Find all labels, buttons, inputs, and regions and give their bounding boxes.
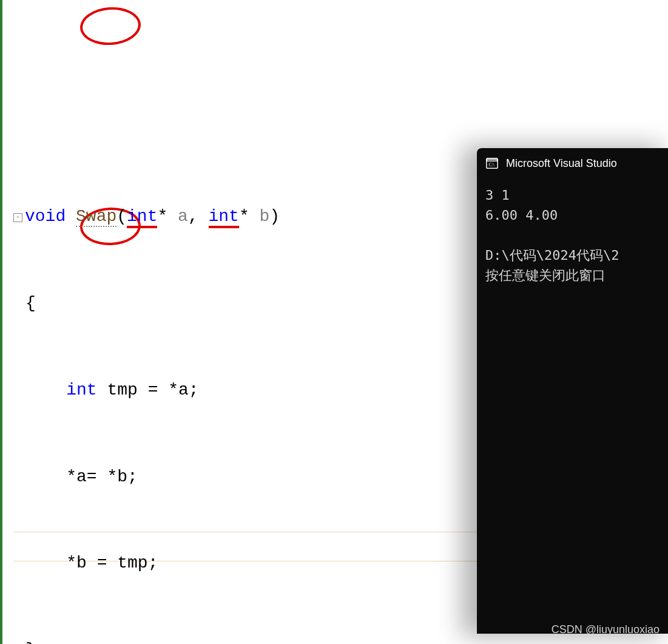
debug-console-window[interactable]: C:\ Microsoft Visual Studio 3 1 6.00 4.0… bbox=[477, 148, 668, 634]
fold-toggle-icon[interactable]: - bbox=[13, 213, 22, 222]
output-line: 按任意键关闭此窗口 bbox=[485, 268, 606, 283]
watermark-text: CSDN @liuyunluoxiao bbox=[552, 620, 660, 639]
terminal-icon: C:\ bbox=[485, 157, 499, 170]
output-line: 3 1 bbox=[485, 188, 510, 203]
type-int-underlined: int bbox=[127, 207, 157, 228]
param-a: a bbox=[178, 207, 188, 226]
svg-text:C:\: C:\ bbox=[489, 162, 495, 168]
param-b: b bbox=[260, 207, 270, 226]
console-output[interactable]: 3 1 6.00 4.00 D:\代码\2024代码\2 按任意键关闭此窗口 bbox=[477, 179, 668, 291]
function-name-swap: Swap bbox=[76, 207, 116, 227]
annotation-circle-swap-1 bbox=[79, 5, 142, 47]
output-line: D:\代码\2024代码\2 bbox=[485, 248, 619, 263]
output-line: 6.00 4.00 bbox=[485, 208, 558, 223]
console-titlebar[interactable]: C:\ Microsoft Visual Studio bbox=[477, 148, 668, 179]
keyword-int: int bbox=[66, 381, 96, 399]
keyword-void: void bbox=[25, 207, 66, 226]
type-int-underlined: int bbox=[209, 207, 239, 228]
console-title: Microsoft Visual Studio bbox=[506, 154, 617, 173]
